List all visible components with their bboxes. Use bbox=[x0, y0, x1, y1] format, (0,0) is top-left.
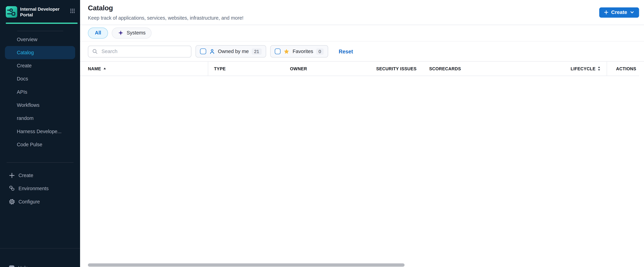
page-header: Catalog Keep track of applications, serv… bbox=[80, 0, 644, 25]
app-logo-icon bbox=[6, 6, 17, 18]
sidebar-item-harness-develope[interactable]: Harness Develope... bbox=[0, 125, 80, 138]
column-label: SCORECARDS bbox=[429, 66, 461, 71]
sidebar-divider bbox=[0, 248, 80, 248]
favorites-count-badge: 0 bbox=[316, 48, 324, 54]
tab-label: All bbox=[95, 30, 101, 36]
sidebar-accent-rule bbox=[6, 22, 78, 24]
sidebar-item-catalog[interactable]: Catalog bbox=[5, 46, 75, 59]
column-header-name[interactable]: NAME bbox=[80, 62, 208, 76]
create-button-label: Create bbox=[611, 10, 627, 15]
sidebar-item-label: Code Pulse bbox=[17, 142, 42, 147]
app-switcher-grid-icon[interactable] bbox=[70, 8, 75, 14]
sidebar-item-label: Workflows bbox=[17, 102, 40, 108]
column-header-scorecards[interactable]: SCORECARDS bbox=[423, 62, 546, 76]
sidebar-footer: CreateEnvironmentsConfigure bbox=[0, 169, 80, 208]
sidebar-item-label: Catalog bbox=[17, 50, 34, 55]
person-icon bbox=[209, 48, 215, 54]
column-header-security-issues[interactable]: SECURITY ISSUES bbox=[370, 62, 423, 76]
environments-icon bbox=[8, 185, 15, 192]
favorites-label: Favorites bbox=[292, 48, 313, 54]
sidebar-item-apis[interactable]: APIs bbox=[0, 85, 80, 98]
sidebar-item-help[interactable]: ? Help bbox=[0, 262, 28, 267]
plus-icon bbox=[8, 172, 15, 178]
sidebar-divider bbox=[6, 162, 74, 162]
table-header: NAME TYPE OWNER SECURITY ISSUES SCORECAR… bbox=[80, 62, 639, 76]
sidebar-item-configure[interactable]: Configure bbox=[0, 195, 80, 208]
sidebar-divider bbox=[17, 31, 63, 31]
search-icon bbox=[92, 48, 98, 54]
plus-icon bbox=[604, 10, 609, 15]
tab-label: Systems bbox=[126, 30, 146, 36]
sidebar-item-label: Harness Develope... bbox=[17, 128, 62, 134]
create-button[interactable]: Create bbox=[599, 8, 639, 18]
column-label: OWNER bbox=[290, 66, 307, 71]
sidebar-item-label: Overview bbox=[17, 36, 37, 42]
column-header-owner[interactable]: OWNER bbox=[284, 62, 370, 76]
page-subtitle: Keep track of applications, services, we… bbox=[88, 15, 244, 21]
gear-icon bbox=[8, 198, 15, 205]
page-title: Catalog bbox=[88, 4, 113, 12]
owned-by-me-checkbox[interactable] bbox=[200, 48, 206, 54]
sidebar-item-create[interactable]: Create bbox=[0, 169, 80, 182]
help-icon: ? bbox=[8, 265, 15, 267]
star-icon bbox=[284, 48, 290, 54]
column-header-lifecycle[interactable]: LIFECYCLE bbox=[546, 62, 607, 76]
svg-text:?: ? bbox=[10, 266, 13, 267]
sort-asc-icon bbox=[103, 67, 106, 70]
owned-by-me-filter[interactable]: Owned by me 21 bbox=[196, 45, 266, 58]
favorites-filter[interactable]: Favorites 0 bbox=[270, 45, 328, 58]
sidebar-item-create[interactable]: Create bbox=[0, 59, 80, 72]
sidebar-nav: OverviewCatalogCreateDocsAPIsWorkflowsra… bbox=[0, 33, 80, 151]
sidebar-item-random[interactable]: random bbox=[0, 112, 80, 125]
sidebar-item-label: Environments bbox=[18, 186, 48, 191]
sidebar-item-label: random bbox=[17, 115, 34, 121]
column-label: SECURITY ISSUES bbox=[376, 66, 416, 71]
sidebar-item-label: Create bbox=[18, 172, 33, 178]
tab-systems[interactable]: Systems bbox=[112, 28, 152, 38]
sidebar-item-docs[interactable]: Docs bbox=[0, 72, 80, 85]
column-label: LIFECYCLE bbox=[571, 66, 596, 71]
sidebar-item-label: Configure bbox=[18, 198, 40, 204]
sidebar-item-label: APIs bbox=[17, 89, 27, 94]
column-header-actions: ACTIONS bbox=[607, 62, 639, 76]
sort-both-icon bbox=[597, 66, 601, 71]
app-window: Internal Developer Portal OverviewCatalo… bbox=[0, 0, 644, 267]
main-content: Catalog Keep track of applications, serv… bbox=[80, 0, 644, 267]
help-label: Help bbox=[18, 265, 28, 267]
column-label: NAME bbox=[88, 66, 101, 71]
horizontal-scrollbar[interactable] bbox=[88, 264, 404, 266]
sidebar-item-label: Docs bbox=[17, 76, 28, 82]
sidebar-item-label: Create bbox=[17, 63, 32, 68]
systems-icon bbox=[118, 30, 124, 36]
filter-bar: Owned by me 21 Favorites 0 Reset bbox=[80, 42, 644, 62]
brand-title: Internal Developer Portal bbox=[20, 6, 61, 18]
owned-by-me-label: Owned by me bbox=[218, 48, 249, 54]
sidebar-item-overview[interactable]: Overview bbox=[0, 33, 80, 46]
sidebar-item-code-pulse[interactable]: Code Pulse bbox=[0, 138, 80, 151]
sidebar: Internal Developer Portal OverviewCatalo… bbox=[0, 0, 80, 267]
search-input[interactable] bbox=[100, 48, 187, 54]
column-label: ACTIONS bbox=[616, 66, 636, 71]
reset-filters-link[interactable]: Reset bbox=[339, 48, 353, 54]
sidebar-item-workflows[interactable]: Workflows bbox=[0, 98, 80, 112]
search-box[interactable] bbox=[88, 46, 191, 57]
sidebar-item-environments[interactable]: Environments bbox=[0, 182, 80, 195]
column-label: TYPE bbox=[214, 66, 226, 71]
kind-tabs: AllSystems bbox=[80, 25, 644, 42]
owned-by-me-count-badge: 21 bbox=[252, 48, 262, 54]
column-header-type[interactable]: TYPE bbox=[208, 62, 283, 76]
brand-row: Internal Developer Portal bbox=[0, 0, 80, 18]
favorites-checkbox[interactable] bbox=[275, 48, 281, 54]
chevron-down-icon bbox=[630, 10, 635, 15]
tab-all[interactable]: All bbox=[88, 28, 108, 38]
